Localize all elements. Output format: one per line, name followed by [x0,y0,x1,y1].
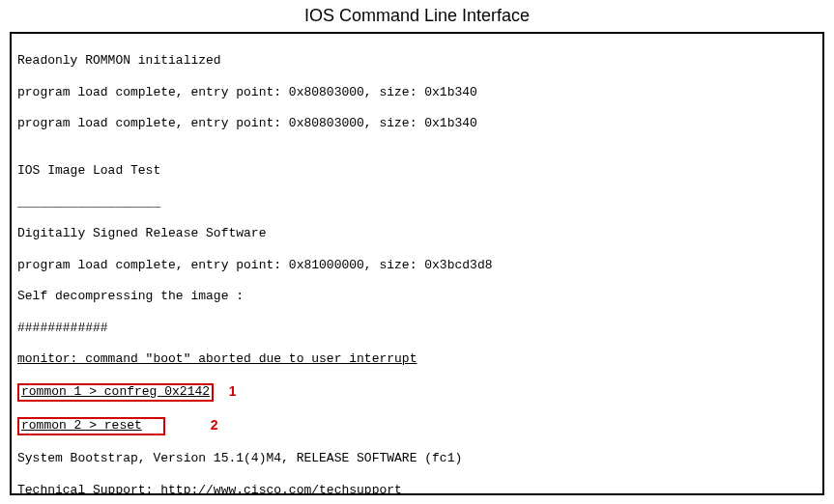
terminal-line: ___________________ [17,195,817,210]
terminal-line: monitor: command "boot" aborted due to u… [17,351,817,367]
terminal-line: Technical Support: http://www.cisco.com/… [17,483,817,495]
annotation-number: 1 [229,383,237,401]
terminal-line: program load complete, entry point: 0x80… [17,85,817,100]
command-highlight-box: rommon 1 > confreg 0x2142 [17,383,214,402]
terminal-line: Self decompressing the image : [17,289,817,304]
terminal-line: Digitally Signed Release Software [17,226,817,241]
terminal-line: System Bootstrap, Version 15.1(4)M4, REL… [17,451,817,466]
command-text: rommon 2 > reset [21,418,142,433]
terminal-output[interactable]: Readonly ROMMON initialized program load… [10,32,824,495]
command-highlight-box: rommon 2 > reset [17,417,165,435]
command-text: rommon 1 > confreg 0x2142 [21,384,210,399]
command-row-2: rommon 2 > reset 2 [17,417,817,435]
command-row-1: rommon 1 > confreg 0x2142 1 [17,383,817,402]
terminal-line: ############ [17,321,817,336]
terminal-line: program load complete, entry point: 0x81… [17,258,817,273]
page-title: IOS Command Line Interface [0,0,834,32]
terminal-container: Readonly ROMMON initialized program load… [10,32,824,495]
terminal-line: IOS Image Load Test [17,163,817,179]
terminal-line: program load complete, entry point: 0x80… [17,116,817,131]
annotation-number: 2 [211,417,218,434]
terminal-line: Readonly ROMMON initialized [17,53,817,69]
